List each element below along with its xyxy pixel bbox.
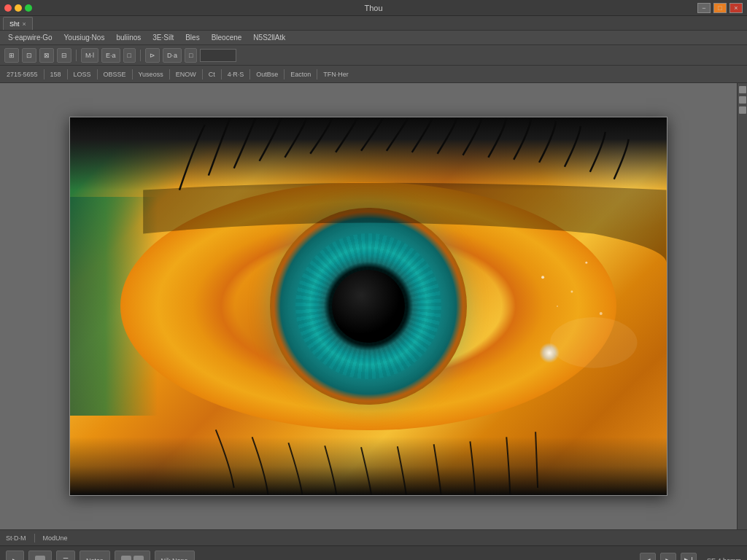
menu-bleocene[interactable]: Bleocene (206, 32, 247, 43)
toolbar-label-10: Eacton (288, 71, 313, 78)
image-canvas (69, 117, 667, 496)
pupil (332, 270, 405, 343)
active-tab[interactable]: Sht × (3, 17, 33, 30)
menu-yousiug[interactable]: Yousiug·Nos (59, 32, 110, 43)
minimize-window-icon[interactable] (15, 4, 22, 12)
tab-bar: Sht × (0, 16, 747, 31)
toolbar-label-5: Yuseoss (136, 71, 166, 78)
menu-seapwire[interactable]: S·eapwire·Go (3, 32, 58, 43)
toolbar-sep-5 (169, 69, 170, 79)
notes-label: Notes (86, 557, 104, 561)
toolbar-sep-7 (221, 69, 222, 79)
window-title: Thou (364, 4, 382, 12)
opt-separator-1 (76, 50, 77, 61)
play-icon: ▶ (12, 557, 18, 561)
menu-buliinos[interactable]: buliinos (111, 32, 146, 43)
opt-btn-1[interactable]: ⊞ (4, 48, 19, 63)
opt-btn-8[interactable]: ⊳ (145, 48, 160, 63)
menu-3e-silt[interactable]: 3E·Silt (147, 32, 179, 43)
nav-next-button[interactable]: ► (660, 553, 676, 561)
toolbar-label-6: ENOW (174, 71, 198, 78)
toolbar-sep-10 (317, 69, 317, 79)
dots-icon-2 (133, 556, 144, 561)
toolbar-label-8: 4·R·S (225, 71, 247, 78)
footer: ▶ ☰ Notes Nik·None ◄ ► ▶| SE 4·bomm (0, 545, 747, 560)
footer-btn-nikname[interactable]: Nik·None (155, 551, 195, 561)
status-bar: St·D·M ModUne (0, 529, 747, 545)
title-bar-right: − □ × (697, 3, 743, 13)
close-window-icon[interactable] (4, 4, 12, 12)
toolbar-sep-4 (132, 69, 133, 79)
canvas-area[interactable] (0, 83, 737, 529)
toolbar-row: 2715·5655 158 LOSS OBSSE Yuseoss ENOW Ct… (0, 66, 747, 83)
menu-n5s2[interactable]: N5S2llAtk (248, 32, 290, 43)
close-button[interactable]: × (729, 3, 743, 13)
tab-close-button[interactable]: × (23, 20, 26, 28)
right-tool-3 (739, 106, 746, 114)
toolbar-label-3: LOSS (71, 71, 93, 78)
footer-btn-play[interactable]: ▶ (6, 551, 24, 561)
options-bar: ⊞ ⊡ ⊠ ⊟ M·l E·a □ ⊳ D·a □ (0, 45, 747, 66)
opt-btn-5[interactable]: M·l (81, 48, 98, 63)
window-controls (4, 4, 32, 12)
toolbar-label-4: OBSSE (101, 71, 128, 78)
status-separator (34, 534, 35, 542)
eyelash-top (70, 117, 667, 190)
opt-btn-3[interactable]: ⊠ (39, 48, 54, 63)
toolbar-label-2: 158 (48, 71, 63, 78)
footer-btn-menu[interactable]: ☰ (56, 551, 75, 561)
footer-btn-grid[interactable] (28, 551, 52, 561)
tab-label: Sht (9, 20, 20, 28)
menu-bar: S·eapwire·Go Yousiug·Nos buliinos 3E·Sil… (0, 31, 747, 45)
opt-btn-10[interactable]: □ (185, 48, 197, 63)
opt-btn-2[interactable]: ⊡ (22, 48, 36, 63)
eyelash-bottom (70, 437, 667, 495)
maximize-window-icon[interactable] (25, 4, 32, 12)
iris (270, 208, 467, 405)
opt-separator-2 (140, 50, 141, 61)
footer-btn-dots[interactable] (115, 551, 150, 561)
toolbar-label-7: Ct (206, 71, 217, 78)
opt-btn-9[interactable]: D·a (163, 48, 182, 63)
title-bar-left (4, 4, 32, 12)
maximize-button[interactable]: □ (713, 3, 727, 13)
toolbar-label-1: 2715·5655 (4, 71, 40, 78)
title-bar: Thou − □ × (0, 0, 747, 16)
toolbar-sep-8 (249, 69, 250, 79)
footer-btn-notes[interactable]: Notes (80, 551, 110, 561)
opt-btn-4[interactable]: ⊟ (57, 48, 71, 63)
app-label: SE 4·bomm (701, 557, 741, 561)
right-tool-1 (739, 86, 746, 93)
minimize-button[interactable]: − (697, 3, 711, 13)
nav-end-button[interactable]: ▶| (681, 553, 697, 561)
right-sidebar (737, 83, 747, 529)
toolbar-sep-3 (97, 69, 98, 79)
right-tool-2 (739, 96, 746, 104)
grid-icon (35, 556, 45, 561)
eye-reflection (539, 343, 560, 363)
nav-prev-button[interactable]: ◄ (640, 553, 656, 561)
toolbar-sep-2 (67, 69, 68, 79)
menu-bles[interactable]: Bles (180, 32, 204, 43)
toolbar-label-11: TFN·Her (321, 71, 351, 78)
status-zoom-label: St·D·M (6, 534, 26, 542)
opt-btn-6[interactable]: E·a (101, 48, 120, 63)
eye-image (70, 117, 667, 495)
dots-icon (121, 556, 131, 561)
status-zoom: St·D·M (6, 534, 26, 542)
nikname-label: Nik·None (161, 557, 188, 561)
workspace (0, 83, 747, 529)
toolbar-sep-1 (44, 69, 44, 79)
menu-icon: ☰ (63, 557, 69, 561)
toolbar-label-9: OutBse (254, 71, 280, 78)
opt-input-1[interactable] (200, 49, 236, 62)
toolbar-sep-9 (284, 69, 285, 79)
status-filename-label: ModUne (43, 534, 68, 542)
opt-btn-7[interactable]: □ (123, 48, 136, 63)
status-filename: ModUne (43, 534, 68, 542)
toolbar-sep-6 (202, 69, 203, 79)
